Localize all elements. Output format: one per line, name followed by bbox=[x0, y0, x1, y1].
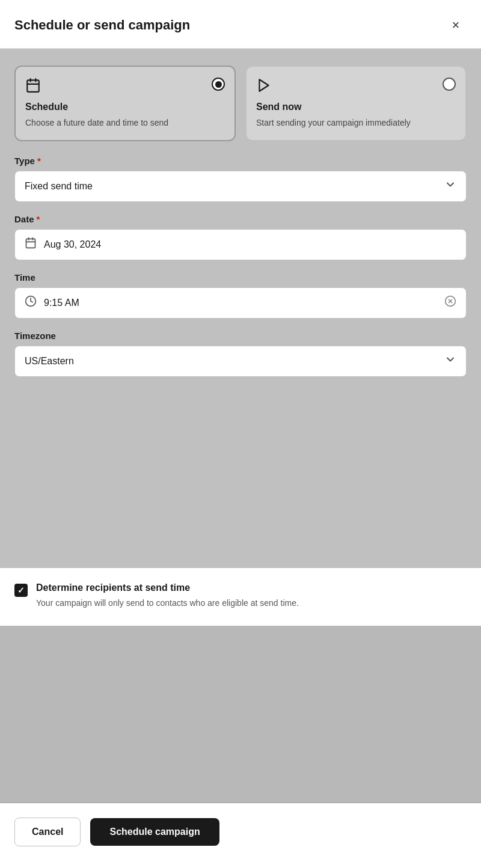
send-now-radio[interactable] bbox=[443, 78, 456, 91]
timezone-field-group: Timezone US/Eastern bbox=[14, 331, 467, 377]
time-field-row: 9:15 AM bbox=[25, 295, 456, 310]
type-value: Fixed send time bbox=[25, 181, 93, 192]
date-field-group: Date * Aug 30, 2024 bbox=[14, 214, 467, 260]
gray-spacer bbox=[0, 626, 481, 802]
option-cards: Schedule Choose a future date and time t… bbox=[14, 66, 467, 141]
timezone-dropdown[interactable]: US/Eastern bbox=[14, 346, 467, 377]
modal-header: Schedule or send campaign × bbox=[0, 0, 481, 49]
schedule-radio[interactable] bbox=[212, 78, 225, 91]
send-now-card-desc: Start sending your campaign immediately bbox=[256, 117, 456, 129]
form-section: Type * Fixed send time Date * bbox=[14, 156, 467, 377]
time-picker[interactable]: 9:15 AM bbox=[14, 287, 467, 319]
type-chevron-icon bbox=[444, 179, 456, 194]
type-label: Type * bbox=[14, 156, 467, 166]
send-now-card-label: Send now bbox=[256, 102, 456, 112]
type-required-star: * bbox=[37, 156, 41, 166]
svg-marker-4 bbox=[259, 79, 268, 91]
svg-rect-0 bbox=[27, 80, 39, 92]
send-icon bbox=[256, 78, 272, 97]
checkbox-text: Determine recipients at send time Your c… bbox=[36, 582, 299, 609]
calendar-small-icon bbox=[25, 237, 37, 252]
timezone-chevron-icon bbox=[444, 353, 456, 368]
checkmark-icon: ✓ bbox=[17, 585, 25, 595]
send-now-card-top bbox=[256, 78, 456, 97]
recipients-checkbox[interactable]: ✓ bbox=[14, 584, 28, 597]
svg-rect-5 bbox=[26, 239, 35, 248]
time-left: 9:15 AM bbox=[25, 295, 79, 310]
type-dropdown[interactable]: Fixed send time bbox=[14, 171, 467, 202]
checkbox-section: ✓ Determine recipients at send time Your… bbox=[0, 568, 481, 626]
close-button[interactable]: × bbox=[445, 14, 467, 36]
schedule-card-desc: Choose a future date and time to send bbox=[25, 117, 225, 129]
timezone-value: US/Eastern bbox=[25, 356, 74, 367]
schedule-card-top bbox=[25, 78, 225, 97]
checkbox-desc: Your campaign will only send to contacts… bbox=[36, 597, 299, 609]
modal-footer: Cancel Schedule campaign bbox=[0, 803, 481, 868]
time-label: Time bbox=[14, 272, 467, 283]
send-now-card[interactable]: Send now Start sending your campaign imm… bbox=[245, 66, 467, 141]
date-picker[interactable]: Aug 30, 2024 bbox=[14, 229, 467, 260]
checkbox-label: Determine recipients at send time bbox=[36, 582, 299, 593]
checkbox-wrapper: ✓ bbox=[14, 584, 28, 597]
type-field-group: Type * Fixed send time bbox=[14, 156, 467, 202]
modal-container: Schedule or send campaign × bbox=[0, 0, 481, 868]
cancel-button[interactable]: Cancel bbox=[14, 818, 81, 846]
date-required-star: * bbox=[37, 214, 40, 224]
timezone-label: Timezone bbox=[14, 331, 467, 341]
schedule-card-label: Schedule bbox=[25, 102, 225, 112]
modal-content: Schedule Choose a future date and time t… bbox=[0, 49, 481, 568]
modal-title: Schedule or send campaign bbox=[14, 17, 190, 33]
date-value: Aug 30, 2024 bbox=[44, 239, 101, 250]
clock-icon bbox=[25, 295, 37, 310]
date-label: Date * bbox=[14, 214, 467, 224]
time-field-group: Time 9:15 AM bbox=[14, 272, 467, 319]
schedule-campaign-button[interactable]: Schedule campaign bbox=[90, 818, 219, 846]
date-input-inner: Aug 30, 2024 bbox=[25, 237, 456, 252]
schedule-card[interactable]: Schedule Choose a future date and time t… bbox=[14, 66, 236, 141]
clear-time-icon[interactable] bbox=[444, 295, 456, 310]
time-value: 9:15 AM bbox=[44, 298, 79, 308]
calendar-icon bbox=[25, 78, 41, 97]
